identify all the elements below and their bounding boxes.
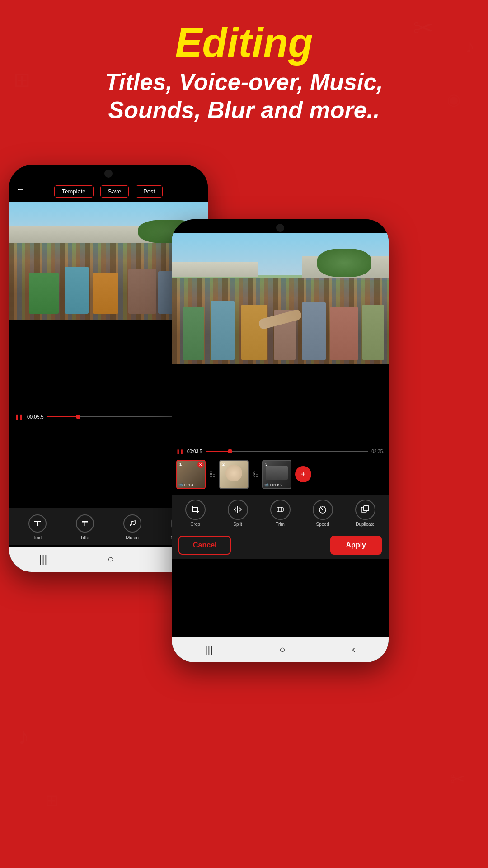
nav-recent-apps-icon[interactable]: ||| bbox=[39, 553, 47, 565]
phone2-pause-icon[interactable]: ❚❚ bbox=[176, 449, 183, 454]
phone2-timeline-section: ❚❚ 00:03.5 02:35. 1 ✕ 📹 00:04 bbox=[172, 445, 389, 495]
svg-rect-16 bbox=[364, 506, 369, 511]
pause-icon[interactable]: ❚❚ bbox=[14, 414, 23, 420]
phone2-nav-back-icon[interactable]: ‹ bbox=[352, 644, 355, 656]
svg-rect-3 bbox=[84, 521, 85, 526]
cancel-button[interactable]: Cancel bbox=[178, 536, 231, 555]
timeline-thumb[interactable] bbox=[76, 415, 80, 419]
clip-2-number: 2 bbox=[222, 462, 225, 467]
duplicate-tool[interactable]: Duplicate bbox=[355, 500, 375, 527]
split-label: Split bbox=[233, 522, 242, 527]
crop-icon bbox=[185, 500, 206, 520]
header-subtitle: Titles, Voice-over, Music, Sounds, Blur … bbox=[27, 68, 461, 124]
speed-icon bbox=[313, 500, 333, 520]
title-label: Title bbox=[80, 535, 89, 540]
clip-1-duration: 00:04 bbox=[184, 483, 193, 487]
phone2-nav-recent-icon[interactable]: ||| bbox=[205, 644, 213, 656]
add-clip-button[interactable]: + bbox=[295, 466, 311, 482]
clip-chain-2: ⛓ bbox=[252, 471, 258, 478]
text-label: Text bbox=[33, 535, 42, 540]
music-icon bbox=[123, 514, 141, 533]
text-icon bbox=[28, 514, 47, 533]
template-button[interactable]: Template bbox=[54, 185, 94, 198]
phone2-current-time: 00:03.5 bbox=[187, 449, 202, 454]
clip-3-number: 3 bbox=[265, 462, 267, 467]
toolbar-text[interactable]: Text bbox=[28, 514, 47, 540]
header-title: Editing bbox=[27, 23, 461, 63]
trim-tool[interactable]: Trim bbox=[270, 500, 291, 527]
phone2-video-area bbox=[172, 233, 389, 364]
phones-container: ← Template Save Post bbox=[0, 129, 488, 807]
phone2-nav-bar: ||| ○ ‹ bbox=[172, 637, 389, 662]
speed-label: Speed bbox=[316, 522, 329, 527]
clip-chain-1: ⛓ bbox=[209, 471, 216, 478]
subtitle-line1: Titles, Voice-over, Music, bbox=[27, 68, 461, 96]
svg-point-5 bbox=[133, 524, 135, 525]
svg-rect-1 bbox=[37, 521, 38, 526]
split-tool[interactable]: Split bbox=[228, 500, 248, 527]
speed-tool[interactable]: Speed bbox=[313, 500, 333, 527]
phone2-action-bar: Cancel Apply bbox=[172, 531, 389, 559]
header-section: Editing Titles, Voice-over, Music, Sound… bbox=[0, 0, 488, 138]
toolbar-title[interactable]: Title bbox=[76, 514, 94, 540]
phone2-black-space bbox=[172, 364, 389, 445]
toolbar-music[interactable]: Music bbox=[123, 514, 141, 540]
timeline-time: 00:05.5 bbox=[27, 414, 44, 420]
duplicate-icon bbox=[355, 500, 375, 520]
trim-label: Trim bbox=[276, 522, 285, 527]
duplicate-label: Duplicate bbox=[356, 522, 375, 527]
svg-point-4 bbox=[130, 524, 131, 526]
phone1-notch bbox=[104, 170, 113, 178]
clip-item-2[interactable]: 2 bbox=[219, 460, 249, 489]
crop-tool[interactable]: Crop bbox=[185, 500, 206, 527]
trim-icon bbox=[270, 500, 291, 520]
phone2-clips-row: 1 ✕ 📹 00:04 ⛓ 2 ⛓ 3 bbox=[176, 458, 384, 491]
phone2-total-time: 02:35. bbox=[371, 449, 384, 454]
phone2-crowd-scene bbox=[172, 233, 389, 364]
clip-1-number: 1 bbox=[179, 462, 182, 467]
title-icon bbox=[76, 514, 94, 533]
back-button[interactable]: ← bbox=[16, 184, 25, 194]
phone2-notch bbox=[276, 224, 284, 232]
clip-3-duration: 00:06.2 bbox=[270, 483, 282, 487]
music-label: Music bbox=[126, 535, 139, 540]
clip-3-camera-icon: 📹 bbox=[264, 483, 269, 487]
clip-item-3[interactable]: 3 📹 00:06.2 bbox=[262, 460, 291, 489]
timeline-progress bbox=[47, 416, 79, 417]
apply-button[interactable]: Apply bbox=[330, 536, 382, 555]
nav-home-icon[interactable]: ○ bbox=[108, 553, 113, 565]
post-button[interactable]: Post bbox=[136, 185, 163, 198]
clip-1-camera-icon: 📹 bbox=[178, 483, 183, 487]
svg-rect-11 bbox=[277, 508, 283, 511]
svg-rect-2 bbox=[82, 521, 88, 523]
phone2-timeline-thumb[interactable] bbox=[228, 449, 232, 453]
phone2-edit-tools: Crop Split Trim bbox=[172, 495, 389, 531]
phone2-timeline-progress bbox=[206, 451, 230, 452]
phone2-timeline-bar[interactable] bbox=[206, 451, 368, 452]
clip-item-1[interactable]: 1 ✕ 📹 00:04 bbox=[176, 460, 206, 489]
subtitle-line2: Sounds, Blur and more.. bbox=[27, 96, 461, 124]
phone2-screen: ❚❚ 00:03.5 02:35. 1 ✕ 📹 00:04 bbox=[172, 219, 389, 662]
crop-label: Crop bbox=[190, 522, 200, 527]
phone-2: ❚❚ 00:03.5 02:35. 1 ✕ 📹 00:04 bbox=[172, 219, 389, 662]
save-button[interactable]: Save bbox=[100, 185, 129, 198]
phone2-nav-home-icon[interactable]: ○ bbox=[279, 644, 285, 656]
phone2-timeline-row[interactable]: ❚❚ 00:03.5 02:35. bbox=[176, 449, 384, 454]
split-icon bbox=[228, 500, 248, 520]
clip-1-delete[interactable]: ✕ bbox=[197, 462, 204, 468]
